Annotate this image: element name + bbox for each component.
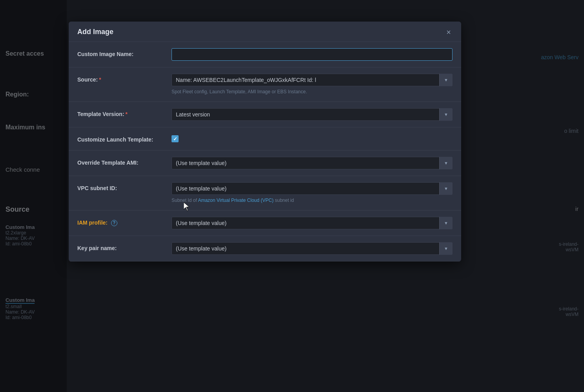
key-pair-name-row: Key pair name: (Use template value) — [69, 236, 461, 261]
source-label: Source:* — [77, 74, 172, 84]
override-template-ami-control: (Use template value) — [172, 157, 453, 169]
source-row: Source:* Name: AWSEBEC2LaunchTemplate_oW… — [69, 67, 461, 102]
customize-launch-template-checkbox-wrap — [172, 134, 453, 142]
source-hint: Spot Fleet config, Launch Template, AMI … — [172, 88, 453, 95]
vpc-subnet-id-control: (Use template value) Subnet Id of Amazon… — [172, 182, 453, 204]
modal-header: Add Image × — [69, 22, 461, 42]
source-required-marker: * — [99, 76, 101, 83]
iam-profile-row: IAM profile: ? (Use template value) — [69, 211, 461, 236]
override-template-ami-label: Override Template AMI: — [77, 157, 172, 167]
template-version-control: Latest version — [172, 108, 453, 121]
custom-image-name-row: Custom Image Name: — [69, 42, 461, 67]
source-select[interactable]: Name: AWSEBEC2LaunchTemplate_oWJGxkAfFCR… — [172, 74, 453, 86]
key-pair-name-select-wrap: (Use template value) — [172, 242, 453, 255]
custom-image-name-label: Custom Image Name: — [77, 48, 172, 58]
iam-profile-select-wrap: (Use template value) — [172, 217, 453, 229]
custom-image-name-input[interactable] — [172, 48, 453, 61]
override-template-ami-row: Override Template AMI: (Use template val… — [69, 151, 461, 176]
template-version-label: Template Version:* — [77, 108, 172, 118]
iam-profile-select[interactable]: (Use template value) — [172, 217, 453, 229]
key-pair-name-control: (Use template value) — [172, 242, 453, 255]
source-control: Name: AWSEBEC2LaunchTemplate_oWJGxkAfFCR… — [172, 74, 453, 95]
modal-title: Add Image — [77, 28, 113, 36]
custom-image-name-control — [172, 48, 453, 61]
vpc-subnet-id-label: VPC subnet ID: — [77, 182, 172, 192]
modal-close-button[interactable]: × — [445, 28, 453, 36]
override-template-ami-select[interactable]: (Use template value) — [172, 157, 453, 169]
template-version-required-marker: * — [126, 111, 128, 117]
iam-profile-help-icon[interactable]: ? — [111, 220, 117, 226]
template-version-select[interactable]: Latest version — [172, 108, 453, 121]
vpc-hint-link[interactable]: Amazon Virtual Private Cloud (VPC) — [198, 198, 274, 203]
iam-profile-control: (Use template value) — [172, 217, 453, 229]
vpc-subnet-id-row: VPC subnet ID: (Use template value) Subn… — [69, 176, 461, 211]
vpc-hint-prefix: Subnet Id of — [172, 198, 198, 203]
key-pair-name-label: Key pair name: — [77, 242, 172, 252]
iam-profile-text: IAM profile: — [77, 220, 108, 226]
override-template-ami-select-wrap: (Use template value) — [172, 157, 453, 169]
template-version-select-wrap: Latest version — [172, 108, 453, 121]
vpc-subnet-hint: Subnet Id of Amazon Virtual Private Clou… — [172, 197, 453, 204]
key-pair-name-select[interactable]: (Use template value) — [172, 242, 453, 255]
vpc-subnet-id-select[interactable]: (Use template value) — [172, 182, 453, 195]
customize-launch-template-control — [172, 134, 453, 142]
customize-launch-template-row: Customize Launch Template: — [69, 127, 461, 151]
add-image-modal: Add Image × Custom Image Name: Source:* … — [69, 22, 461, 261]
vpc-subnet-id-select-wrap: (Use template value) — [172, 182, 453, 195]
source-select-wrap: Name: AWSEBEC2LaunchTemplate_oWJGxkAfFCR… — [172, 74, 453, 86]
vpc-hint-suffix: subnet id — [274, 198, 294, 203]
template-version-row: Template Version:* Latest version — [69, 102, 461, 127]
customize-launch-template-label: Customize Launch Template: — [77, 134, 172, 144]
iam-profile-label: IAM profile: ? — [77, 217, 172, 227]
customize-launch-template-checkbox[interactable] — [172, 135, 179, 142]
